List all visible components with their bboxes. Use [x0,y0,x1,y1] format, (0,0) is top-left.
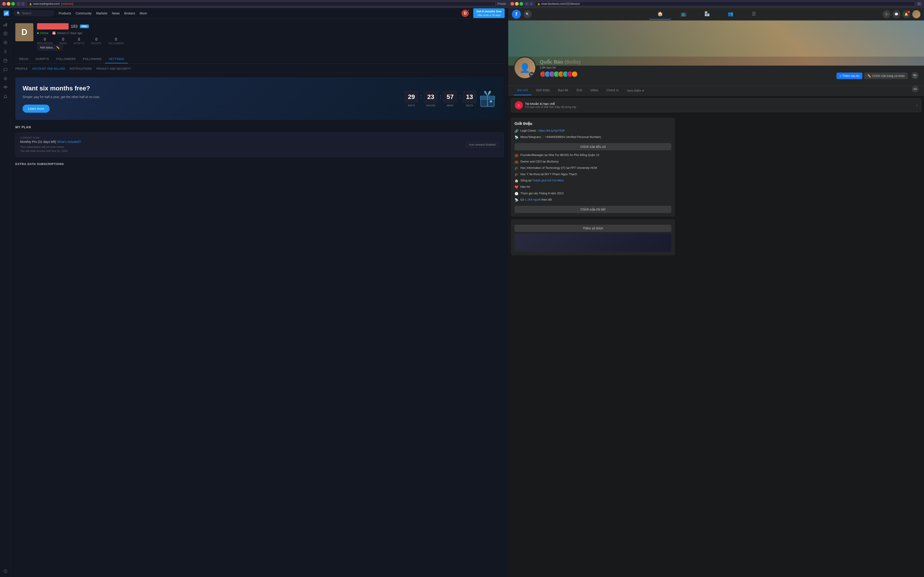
back-arrow[interactable]: ‹ [17,2,20,6]
nav-markets[interactable]: Markets [96,11,107,16]
tab-followers[interactable]: FOLLOWERS [53,55,79,63]
clock-icon: 🕐 [515,192,519,195]
tab-scripts[interactable]: SCRIPTS [32,55,53,63]
timer-secs: 13 SECS [462,90,477,107]
fb-nav-tv[interactable]: 📺 [672,9,695,19]
fb-messenger-icon[interactable]: 💬 [892,10,901,18]
restricted-chevron-icon[interactable]: › [916,103,918,107]
fb-nav-menu[interactable]: ☰ [743,9,765,19]
sidebar-chat2-icon[interactable] [2,74,10,83]
fb-maximize-btn[interactable] [520,2,523,6]
tab-following[interactable]: FOLLOWING [79,55,105,63]
user-avatar[interactable]: D [462,10,469,17]
profile-tabs: IDEAS SCRIPTS FOLLOWERS FOLLOWING SETTIN… [15,55,504,64]
fb-three-dots-btn[interactable]: ••• [912,85,919,92]
avatar-camera-icon[interactable]: 📷 [529,72,535,77]
nav-brokers[interactable]: Brokers [124,11,135,16]
fb-logo[interactable]: f [512,10,521,19]
fb-nav-store[interactable]: 🏪 [696,9,718,19]
forward-arrow[interactable]: › [21,2,25,6]
fb-nav-home[interactable]: 🏠 [649,9,671,19]
fb-notification-icon[interactable]: 🔔 1 [902,10,911,18]
sidebar-chat-icon[interactable] [2,66,10,74]
sidebar-chart-icon[interactable] [2,21,10,29]
fb-user-avatar[interactable] [912,10,921,18]
restricted-text: Tài khoản bị hạn chế Chỉ bạn mới có thể … [525,102,577,109]
plus-icon: + [840,74,842,77]
intro-item-legit: 🔗 Legit Check : https://bit.ly/3yiYE9F [515,129,672,133]
nav-news[interactable]: News [112,11,120,16]
fb-tab-friends[interactable]: Bạn bè [554,85,572,95]
fb-tab-intro[interactable]: Giới thiệu [532,85,554,95]
search-input[interactable] [22,11,51,15]
learn-more-button[interactable]: Learn more [23,105,50,113]
subtab-privacy[interactable]: PRIVACY AND SECURITY [96,67,131,70]
fb-tab-posts[interactable]: Bài viết [514,85,531,95]
gift-icon [478,90,496,108]
plan-info: Current plan Monthly Pro (31 days left) … [20,136,465,153]
stat-ideas: 0 IDEAS [59,37,67,45]
fb-cover: 👤 📷 Quốc Bào (BoSs) 2,8K bạn bè [508,21,924,85]
subtab-notifications[interactable]: NOTIFICATIONS [70,67,92,70]
minimize-btn[interactable] [7,2,10,6]
edit-icon: ✏️ [56,46,60,49]
fb-add-to-story-btn[interactable]: + Thêm vào tin [837,73,863,79]
whats-included-link[interactable]: What's included? [57,140,81,143]
fb-url-bar[interactable]: 🔒 www.facebook.com/CEOibosso/ [535,2,915,6]
fb-nav-groups[interactable]: 👥 [719,9,742,19]
nav-community[interactable]: Community [76,11,92,16]
fb-back-arrow[interactable]: ‹ [525,2,528,6]
edit-icon: ✏️ [867,74,871,77]
fb-add-icon[interactable]: ➕ [882,10,891,18]
extra-section-title: EXTRA DATA SUBSCRIPTIONS [15,162,504,166]
fb-tab-videos[interactable]: Video [587,85,602,95]
fb-restricted-banner: ⚠ Tài khoản bị hạn chế Chỉ bạn mới có th… [511,98,921,112]
tab-ideas[interactable]: IDEAS [15,55,32,63]
fb-edit-profile-btn[interactable]: ✏️ Chỉnh sửa trang cá nhân [864,73,908,79]
url-bar[interactable]: 🔒 www.tradingview.com/ [redacted] [27,2,496,6]
svg-rect-2 [7,12,8,15]
close-btn[interactable] [2,2,6,6]
maximize-btn[interactable] [11,2,15,6]
sidebar-ideas-icon[interactable] [2,48,10,56]
nav-arrows: ‹ › [17,2,25,6]
fb-url-text: www.facebook.com/CEOibosso/ [541,2,580,5]
intro-item-joined: 🕐 Tham gia vào Tháng 9 năm 2013 [515,191,672,195]
add-status-button[interactable]: Add status... ✏️ [37,45,63,50]
tradingview-panel: ‹ › 🔒 www.tradingview.com/ [redacted] Pr… [0,0,508,577]
subtab-account[interactable]: ACCOUNT AND BILLING [32,67,65,70]
edit-detail-btn[interactable]: Chỉnh sửa chi tiết [515,206,672,213]
phone-icon: 📡 [515,135,519,139]
sidebar-help-icon[interactable]: ? [2,567,10,575]
fb-minimize-btn[interactable] [515,2,519,6]
fb-tab-photos[interactable]: Ảnh [573,85,586,95]
fb-refresh-btn[interactable]: ↻ [917,2,922,6]
sidebar-stream-icon[interactable] [2,84,10,92]
sidebar-watchlist-icon[interactable] [2,29,10,38]
home-icon: 🏠 [515,179,519,182]
nav-more[interactable]: More [140,11,147,16]
fb-right-col [678,118,921,258]
fb-forward-arrow[interactable]: › [530,2,533,6]
promo-content: Want six months free? Simple: pay for ha… [23,84,404,113]
edit-bio-btn[interactable]: Chỉnh sửa tiểu sử [515,143,672,150]
subtab-profile[interactable]: PROFILE [15,67,28,70]
sidebar-screener-icon[interactable] [2,39,10,47]
nav-products[interactable]: Products [59,11,71,16]
fb-tab-more[interactable]: Xem thêm ▾ [623,85,648,95]
add-hobbies-btn[interactable]: Thêm sở thích [515,225,672,232]
search-bar[interactable]: 🔍 [13,10,54,16]
intro-item-contact: 📡 Mess/Telegram/.. : +84949308854 (Verif… [515,135,672,139]
sidebar-calendar-icon[interactable] [2,56,10,65]
fb-search-icon[interactable]: 🔍 [523,10,532,18]
fb-tab-checkin[interactable]: Check in [603,85,622,95]
cover-camera-btn[interactable]: 📷 [911,72,919,79]
sidebar-notification-icon[interactable] [2,93,10,101]
tab-settings[interactable]: SETTINGS [105,55,128,63]
tv-logo[interactable] [3,11,9,16]
cta-button[interactable]: Get 6 months free Offer ends in 30 days [473,8,505,18]
tv-logo-icon [3,11,9,16]
cta-line2: Offer ends in 30 days [477,13,501,17]
fb-close-btn[interactable] [510,2,514,6]
sidebar: ? [0,19,11,577]
